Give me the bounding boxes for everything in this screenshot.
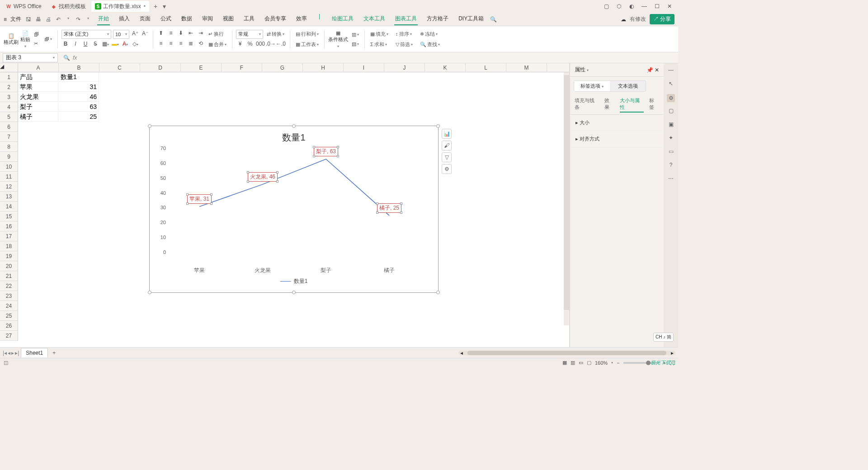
image-icon[interactable]: ▭: [667, 148, 675, 156]
row-header-18[interactable]: 18: [0, 241, 18, 251]
style1[interactable]: ▥▾: [350, 31, 361, 38]
view-read-icon[interactable]: ▢: [587, 360, 591, 366]
align-left[interactable]: ≡: [157, 40, 165, 48]
comma[interactable]: 000: [256, 41, 264, 49]
fx-icon[interactable]: fx: [73, 55, 77, 61]
horizontal-scrollbar[interactable]: ◂▸: [458, 351, 675, 355]
highlight-button[interactable]: ▬▾: [111, 41, 119, 49]
cell-A1[interactable]: 产品: [18, 72, 58, 82]
row-header-19[interactable]: 19: [0, 251, 18, 261]
add-sheet-button[interactable]: +: [50, 350, 58, 356]
fill-button[interactable]: ▦ 填充▾: [368, 30, 390, 38]
row-header-10[interactable]: 10: [0, 162, 18, 172]
col-header-G[interactable]: G: [262, 63, 303, 72]
tab-data[interactable]: 数据: [180, 13, 193, 25]
select-tool-icon[interactable]: ↖: [667, 80, 675, 89]
preview-icon[interactable]: 🖨: [45, 16, 52, 23]
cell-B2[interactable]: 31: [59, 82, 99, 92]
row-header-14[interactable]: 14: [0, 202, 18, 212]
col-header-D[interactable]: D: [140, 63, 181, 72]
row-header-12[interactable]: 12: [0, 182, 18, 192]
row-header-13[interactable]: 13: [0, 192, 18, 202]
font-select[interactable]: 宋体 (正文)▾: [61, 30, 111, 39]
percent[interactable]: %: [246, 41, 254, 49]
find-button[interactable]: 🔍 查找▾: [418, 40, 442, 49]
row-header-15[interactable]: 15: [0, 212, 18, 221]
tab-label-options[interactable]: 标签选项 ▾: [574, 81, 610, 91]
orientation[interactable]: ⟲: [197, 40, 205, 48]
sheet-nav[interactable]: |◂◂▸▸|: [3, 350, 19, 356]
row-header-16[interactable]: 16: [0, 221, 18, 231]
data-label[interactable]: 火龙果, 46: [248, 172, 278, 182]
cell-B4[interactable]: 63: [59, 102, 99, 112]
sparkle-icon[interactable]: ✦: [667, 135, 675, 143]
row-header-20[interactable]: 20: [0, 261, 18, 271]
undo-more[interactable]: ▾: [65, 16, 72, 23]
col-header-A[interactable]: A: [18, 63, 59, 72]
tab-insert[interactable]: 插入: [118, 13, 131, 25]
zoom-out[interactable]: −: [617, 360, 619, 366]
close-panel-icon[interactable]: ✕: [655, 67, 659, 73]
sheet-tab-1[interactable]: Sheet1: [21, 348, 48, 357]
subtab-size[interactable]: 大小与属性: [620, 97, 644, 113]
tab-page[interactable]: 页面: [139, 13, 151, 25]
app-tab-template[interactable]: ◆ 找稻壳模板: [47, 1, 90, 12]
bold-button[interactable]: B: [61, 41, 70, 49]
tab-formula[interactable]: 公式: [160, 13, 172, 25]
section-align[interactable]: ▸ 对齐方式: [570, 131, 664, 147]
row-header-11[interactable]: 11: [0, 172, 18, 182]
paste-button[interactable]: 📄粘贴▾: [20, 30, 30, 48]
font-decrease[interactable]: A⁻: [141, 30, 149, 38]
indent-inc[interactable]: ⇥: [197, 30, 205, 38]
style2[interactable]: ▧▾: [350, 40, 361, 48]
data-label[interactable]: 梨子, 63: [314, 147, 338, 156]
align-center[interactable]: ≡: [167, 40, 175, 48]
tab-view[interactable]: 视图: [222, 13, 235, 25]
number-format[interactable]: 常规▾: [236, 30, 263, 39]
tab-draw-tools[interactable]: 绘图工具: [331, 13, 354, 25]
column-headers[interactable]: ABCDEFGHIJKLM: [18, 63, 569, 72]
data-label[interactable]: 苹果, 31: [187, 194, 212, 204]
align-top[interactable]: ⬆: [157, 30, 165, 38]
border-button[interactable]: ▦▾: [101, 41, 109, 49]
convert-button[interactable]: ⇄ 转换▾: [265, 30, 286, 38]
hamburger-icon[interactable]: ≡: [4, 16, 7, 23]
tab-fangfang[interactable]: 方方格子: [426, 13, 449, 25]
wrap-button[interactable]: ↵ 换行: [207, 30, 226, 38]
freeze-button[interactable]: ❄ 冻结▾: [418, 30, 442, 38]
chart-brush-icon[interactable]: 🖌: [442, 141, 452, 150]
section-size[interactable]: ▸ 大小: [570, 115, 664, 131]
subtab-fill[interactable]: 填充与线条: [575, 97, 599, 113]
view-page-icon[interactable]: ▥: [571, 360, 575, 366]
subtab-effect[interactable]: 效果: [604, 97, 614, 113]
col-header-E[interactable]: E: [181, 63, 222, 72]
row-header-24[interactable]: 24: [0, 301, 18, 311]
print-icon[interactable]: 🖶: [35, 16, 42, 23]
minimize-icon[interactable]: —: [640, 3, 648, 9]
help-icon[interactable]: ?: [667, 162, 675, 170]
align-justify[interactable]: ≣: [187, 40, 195, 48]
row-header-22[interactable]: 22: [0, 281, 18, 291]
col-header-H[interactable]: H: [303, 63, 344, 72]
row-header-7[interactable]: 7: [0, 132, 18, 142]
pin-icon[interactable]: 📌: [646, 67, 653, 73]
cloud-icon[interactable]: ☁: [621, 16, 626, 23]
undo-icon[interactable]: ↶: [55, 16, 62, 23]
status-icon[interactable]: ◫: [4, 360, 8, 366]
tab-review[interactable]: 审阅: [201, 13, 214, 25]
italic-button[interactable]: I: [71, 41, 80, 49]
properties-icon[interactable]: ⚙: [667, 94, 675, 102]
font-color-button[interactable]: A▾: [121, 41, 129, 49]
save-icon[interactable]: 🖫: [25, 16, 32, 23]
cube-icon[interactable]: ⬡: [615, 3, 623, 9]
search-icon[interactable]: 🔍: [490, 16, 497, 23]
tab-efficiency[interactable]: 效率: [295, 13, 308, 25]
maximize-icon[interactable]: ☐: [653, 3, 661, 9]
view-normal-icon[interactable]: ▦: [562, 360, 567, 366]
row-header-4[interactable]: 4: [0, 102, 18, 112]
size-select[interactable]: 10▾: [113, 30, 129, 39]
cell-B1[interactable]: 数量1: [59, 72, 99, 82]
cond-format-button[interactable]: ▦条件格式▾: [328, 30, 348, 48]
chart-filter-icon[interactable]: ▽: [442, 152, 452, 162]
row-header-1[interactable]: 1: [0, 72, 18, 82]
